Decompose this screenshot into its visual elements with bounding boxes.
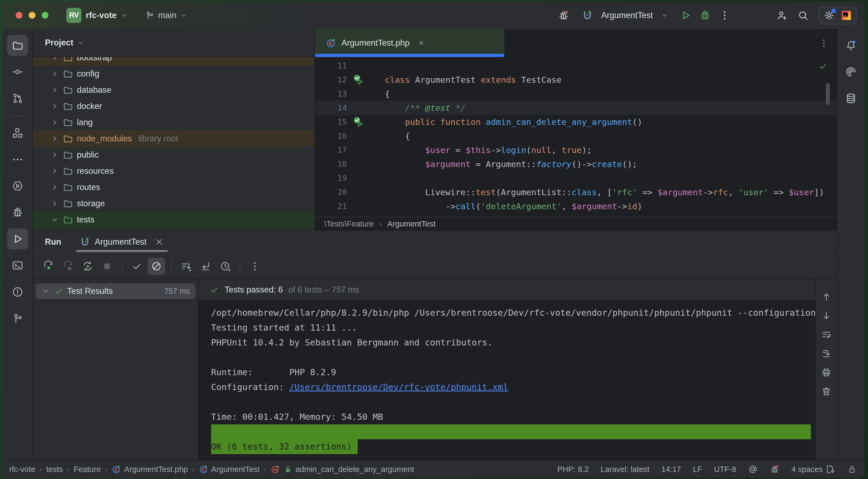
tree-item-lang[interactable]: lang xyxy=(33,114,314,131)
show-passed-button[interactable] xyxy=(128,258,146,275)
code-line-12[interactable]: 12class ArgumentTest extends TestCase xyxy=(315,73,837,87)
line-number[interactable]: 16 xyxy=(315,131,347,141)
toggle-auto-test-button[interactable] xyxy=(79,258,96,275)
show-ignored-button[interactable] xyxy=(148,258,165,275)
project-widget[interactable]: RV rfc-vote xyxy=(66,8,128,23)
tree-item-bootstrap[interactable]: bootstrap xyxy=(33,57,314,66)
tree-item-routes[interactable]: routes xyxy=(33,179,314,196)
tool-project-button[interactable] xyxy=(7,35,28,56)
tree-item-storage[interactable]: storage xyxy=(33,196,314,212)
editor-options-icon[interactable] xyxy=(819,38,829,48)
prev-occurrence-button[interactable] xyxy=(821,292,832,303)
tool-notifications-button[interactable] xyxy=(840,35,862,56)
inspections-ok-icon[interactable] xyxy=(818,61,828,71)
test-results-row[interactable]: Test Results 757 ms xyxy=(36,283,195,299)
editor-scrollbar[interactable] xyxy=(826,83,830,105)
sort-by-duration-button[interactable] xyxy=(216,258,234,275)
status-crumb-ArgumentTest.php[interactable]: CArgumentTest.php xyxy=(112,465,188,474)
tool-laravel-button[interactable] xyxy=(840,61,862,82)
tree-chevron-right-icon[interactable] xyxy=(50,102,59,110)
tool-more-button[interactable] xyxy=(7,149,28,170)
tree-item-public[interactable]: public xyxy=(33,147,314,163)
tool-commit-button[interactable] xyxy=(7,61,28,82)
line-number[interactable]: 14 xyxy=(315,103,347,112)
status-crumb-rfc-vote[interactable]: rfc-vote xyxy=(9,465,35,474)
tool-pull-requests-button[interactable] xyxy=(7,88,28,109)
tool-structure-button[interactable] xyxy=(7,123,28,143)
code-line-20[interactable]: 20 Livewire::test(ArgumentList::class, [… xyxy=(315,185,837,199)
tree-chevron-right-icon[interactable] xyxy=(50,183,59,192)
print-console-button[interactable] xyxy=(821,367,832,379)
annotation-indicator-widget[interactable] xyxy=(748,465,758,474)
line-number[interactable]: 21 xyxy=(315,202,347,211)
breadcrumb-class[interactable]: ArgumentTest xyxy=(387,219,436,229)
tool-services-button[interactable] xyxy=(7,175,28,197)
test-passed-gutter-icon[interactable] xyxy=(352,116,364,128)
rerun-failed-tests-button[interactable] xyxy=(60,258,77,275)
code-line-19[interactable]: 19 xyxy=(315,171,837,185)
indent-style-widget[interactable]: 4 spaces xyxy=(792,465,835,474)
tree-chevron-right-icon[interactable] xyxy=(50,199,59,208)
code-line-11[interactable]: 11 xyxy=(315,59,837,73)
close-run-tab-icon[interactable] xyxy=(154,237,164,247)
line-number[interactable]: 15 xyxy=(315,117,347,127)
tree-chevron-right-icon[interactable] xyxy=(50,86,59,94)
code-line-21[interactable]: 21 ->call('deleteArgument', $argument->i… xyxy=(315,199,837,213)
debug-listener-widget[interactable] xyxy=(770,465,779,474)
next-occurrence-button[interactable] xyxy=(821,310,832,322)
jetbrains-logo-icon[interactable] xyxy=(841,10,852,21)
search-everywhere-icon[interactable] xyxy=(797,10,809,21)
line-number[interactable]: 13 xyxy=(315,89,347,98)
tree-item-docker[interactable]: docker xyxy=(33,98,314,114)
run-tab-argumenttest[interactable]: ArgumentTest xyxy=(76,231,167,253)
config-file-link[interactable]: /Users/brentroose/Dev/rfc-vote/phpunit.x… xyxy=(289,382,508,392)
tree-chevron-right-icon[interactable] xyxy=(50,57,59,62)
breadcrumb-namespace[interactable]: \Tests\Feature xyxy=(324,219,374,229)
tool-run-button[interactable] xyxy=(7,229,28,249)
more-actions-icon[interactable] xyxy=(719,10,730,21)
code-line-13[interactable]: 13{ xyxy=(315,87,837,101)
line-number[interactable]: 18 xyxy=(315,160,347,169)
close-tab-icon[interactable] xyxy=(417,39,425,47)
zoom-window-button[interactable] xyxy=(42,12,49,19)
tool-problems-button[interactable] xyxy=(7,281,28,303)
line-number[interactable]: 19 xyxy=(315,174,347,183)
tree-chevron-down-icon[interactable] xyxy=(50,215,59,224)
rerun-tests-button[interactable] xyxy=(40,258,57,275)
line-number[interactable]: 20 xyxy=(315,187,347,197)
soft-wrap-button[interactable] xyxy=(821,329,832,341)
test-passed-gutter-icon[interactable] xyxy=(352,74,364,85)
status-crumb-ArgumentTest[interactable]: CArgumentTest xyxy=(199,465,260,474)
file-writable-widget[interactable] xyxy=(847,465,857,474)
code-line-16[interactable]: 16 { xyxy=(315,129,837,143)
status-crumb-admin_can_delete_any_argument[interactable]: madmin_can_delete_any_argument xyxy=(271,465,414,474)
run-button[interactable] xyxy=(680,10,691,21)
project-panel-header[interactable]: Project xyxy=(33,29,314,57)
code-line-14[interactable]: 14 /** @test */ xyxy=(315,101,837,115)
debug-button[interactable] xyxy=(700,10,711,21)
tree-item-config[interactable]: config xyxy=(33,66,314,82)
gutter[interactable] xyxy=(347,116,370,128)
sort-tests-button[interactable] xyxy=(178,258,195,275)
tree-chevron-right-icon[interactable] xyxy=(50,167,59,175)
tool-debug-button[interactable] xyxy=(7,202,28,223)
status-crumb-Feature[interactable]: Feature xyxy=(74,465,101,474)
code-line-17[interactable]: 17 $user = $this->login(null, true); xyxy=(315,143,837,157)
code-with-me-icon[interactable] xyxy=(776,10,788,21)
tool-version-control-button[interactable] xyxy=(7,308,28,329)
tree-chevron-right-icon[interactable] xyxy=(50,69,59,78)
code-line-18[interactable]: 18 $argument = Argument::factory()->crea… xyxy=(315,157,837,171)
caret-position-widget[interactable]: 14:17 xyxy=(661,465,681,474)
minimize-window-button[interactable] xyxy=(29,12,35,19)
php-version-widget[interactable]: PHP: 8.2 xyxy=(557,465,589,474)
file-encoding-widget[interactable]: UTF-8 xyxy=(714,465,736,474)
tree-chevron-right-icon[interactable] xyxy=(50,118,59,127)
line-separator-widget[interactable]: LF xyxy=(693,465,702,474)
scroll-to-end-button[interactable] xyxy=(821,348,832,360)
laravel-version-widget[interactable]: Laravel: latest xyxy=(601,465,650,474)
tree-item-database[interactable]: database xyxy=(33,82,314,98)
code-area[interactable]: 1112class ArgumentTest extends TestCase1… xyxy=(315,57,837,217)
navigate-with-single-click-button[interactable] xyxy=(197,258,214,275)
code-line-15[interactable]: 15 public function admin_can_delete_any_… xyxy=(315,115,837,129)
stop-debug-listener-icon[interactable] xyxy=(558,10,569,21)
